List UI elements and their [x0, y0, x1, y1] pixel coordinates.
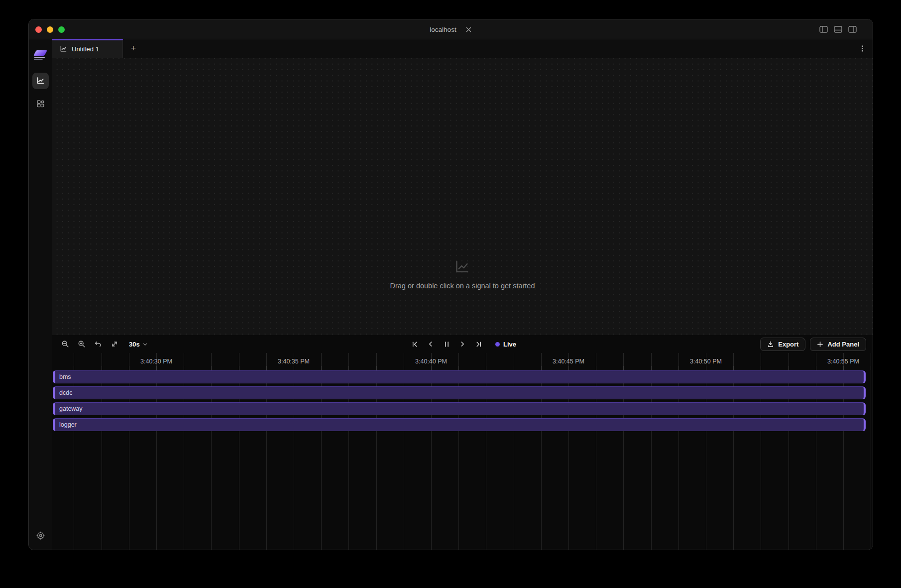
- axis-tick: [239, 366, 239, 370]
- traffic-minimize-button[interactable]: [47, 26, 53, 33]
- axis-tick: [129, 366, 129, 370]
- axis-tick: [816, 366, 816, 370]
- chevron-down-icon: [142, 342, 148, 347]
- app-window: localhost: [28, 19, 873, 550]
- axis-tick: [321, 366, 322, 370]
- axis-tick: [596, 366, 596, 370]
- fit-expand-button[interactable]: [109, 338, 120, 350]
- tab-untitled-1[interactable]: Untitled 1: [52, 39, 123, 58]
- axis-tick: [348, 366, 349, 370]
- time-axis[interactable]: 3:40:30 PM3:40:35 PM3:40:40 PM3:40:45 PM…: [52, 353, 873, 370]
- signal-track-bms[interactable]: bms: [53, 370, 866, 383]
- axis-tick: [541, 366, 542, 370]
- pause-button[interactable]: [441, 338, 452, 350]
- signal-track-logger[interactable]: logger: [53, 418, 866, 431]
- tab-label: Untitled 1: [72, 45, 99, 53]
- axis-tick: [706, 366, 706, 370]
- tab-overflow-menu-icon[interactable]: [859, 39, 866, 57]
- panels-icon: [36, 100, 45, 108]
- signal-tracks-area[interactable]: bmsdcdcgatewaylogger: [52, 370, 873, 550]
- track-label: logger: [55, 421, 77, 428]
- download-icon: [767, 341, 774, 348]
- axis-tick: [678, 366, 679, 370]
- axis-tick-label: 3:40:50 PM: [690, 358, 722, 365]
- axis-tick: [788, 366, 789, 370]
- plot-canvas[interactable]: Drag or double click on a signal to get …: [52, 58, 873, 335]
- time-range-value: 30s: [129, 341, 140, 348]
- axis-tick-label: 3:40:35 PM: [278, 358, 310, 365]
- axis-tick: [568, 366, 569, 370]
- skip-to-start-button[interactable]: [409, 338, 421, 350]
- axis-tick: [74, 366, 74, 370]
- axis-tick: [486, 366, 486, 370]
- live-indicator[interactable]: Live: [495, 341, 516, 348]
- axis-tick: [102, 366, 102, 370]
- app-logo-icon[interactable]: [34, 49, 47, 61]
- tab-bar: Untitled 1 +: [52, 39, 873, 58]
- undo-button[interactable]: [92, 338, 104, 350]
- axis-tick: [651, 366, 652, 370]
- export-button[interactable]: Export: [760, 338, 805, 351]
- axis-tick: [376, 366, 377, 370]
- add-panel-button[interactable]: Add Panel: [810, 338, 866, 351]
- axis-tick-label: 3:40:40 PM: [415, 358, 447, 365]
- step-back-button[interactable]: [425, 338, 437, 350]
- track-label: gateway: [55, 405, 83, 412]
- sidebar-item-panels[interactable]: [32, 96, 49, 112]
- track-label: dcdc: [55, 389, 72, 396]
- track-gridline: [871, 370, 871, 550]
- empty-state: Drag or double click on a signal to get …: [390, 259, 535, 290]
- line-chart-icon: [60, 45, 67, 53]
- panel-left-icon[interactable]: [819, 26, 828, 33]
- axis-tick: [514, 366, 514, 370]
- time-range-select[interactable]: 30s: [129, 341, 148, 348]
- axis-tick: [266, 366, 267, 370]
- add-tab-button[interactable]: +: [123, 39, 144, 58]
- axis-tick-label: 3:40:30 PM: [140, 358, 172, 365]
- traffic-zoom-button[interactable]: [58, 26, 65, 33]
- gear-icon: [36, 531, 45, 540]
- traffic-close-button[interactable]: [35, 26, 42, 33]
- signal-track-dcdc[interactable]: dcdc: [53, 386, 866, 399]
- step-forward-button[interactable]: [456, 338, 468, 350]
- traffic-lights: [35, 26, 65, 33]
- layout-toggle-group: [819, 19, 857, 39]
- live-dot-icon: [495, 342, 500, 347]
- axis-tick: [184, 366, 184, 370]
- axis-tick: [871, 366, 871, 370]
- signal-track-gateway[interactable]: gateway: [53, 402, 866, 415]
- timeline-toolbar: 30s: [52, 335, 873, 353]
- axis-tick: [211, 366, 212, 370]
- axis-tick-label: 3:40:45 PM: [553, 358, 584, 365]
- axis-tick: [843, 366, 844, 370]
- line-chart-icon: [454, 259, 470, 275]
- titlebar: localhost: [29, 19, 873, 39]
- plus-icon: [817, 341, 823, 348]
- skip-to-end-button[interactable]: [472, 338, 484, 350]
- axis-tick-label: 3:40:55 PM: [827, 358, 859, 365]
- sidebar-item-charts[interactable]: [32, 73, 49, 89]
- panel-right-icon[interactable]: [848, 26, 857, 33]
- export-label: Export: [778, 341, 798, 348]
- close-icon[interactable]: [465, 26, 472, 33]
- window-title: localhost: [430, 26, 456, 33]
- panel-bottom-icon[interactable]: [834, 26, 842, 33]
- axis-tick: [404, 366, 404, 370]
- axis-tick: [623, 366, 624, 370]
- axis-tick: [733, 366, 734, 370]
- axis-tick: [294, 366, 294, 370]
- axis-tick: [761, 366, 761, 370]
- axis-tick: [431, 366, 432, 370]
- axis-tick: [458, 366, 459, 370]
- settings-button[interactable]: [32, 527, 49, 544]
- sidebar: [29, 39, 52, 550]
- empty-state-message: Drag or double click on a signal to get …: [390, 282, 535, 290]
- line-chart-icon: [36, 77, 45, 85]
- add-panel-label: Add Panel: [827, 341, 859, 348]
- zoom-out-button[interactable]: [59, 338, 71, 350]
- track-label: bms: [55, 373, 71, 380]
- zoom-in-button[interactable]: [76, 338, 88, 350]
- live-label: Live: [503, 341, 516, 348]
- axis-tick: [156, 366, 157, 370]
